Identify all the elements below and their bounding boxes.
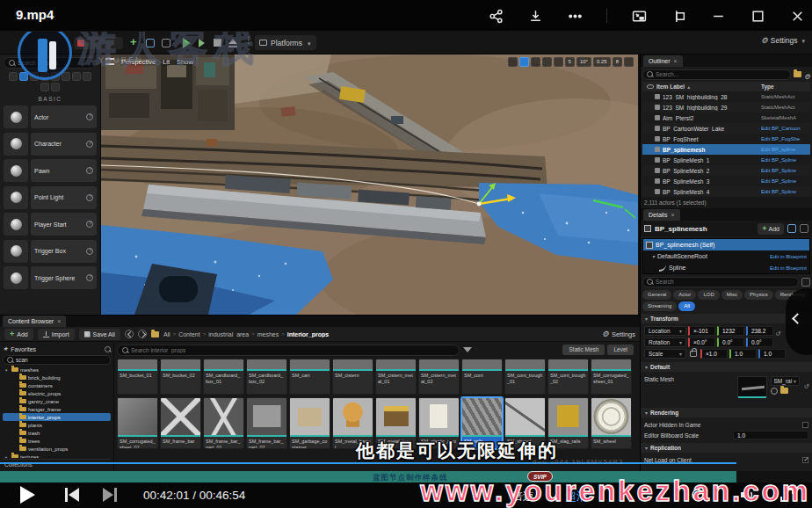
browse-icon[interactable] [800,224,808,233]
playlist-drawer-handle[interactable] [786,288,812,355]
asset-tile[interactable]: SM_bucket_02 [160,359,201,395]
billboard-scale-field[interactable]: 1.0 [733,431,808,439]
lock-icon[interactable] [690,351,697,357]
scale-x-field[interactable]: 1.0 [700,349,728,359]
breadcrumb-item[interactable]: All [163,331,176,337]
favorites-section[interactable]: Favorites [3,344,111,354]
folder-item[interactable]: hangar_frame [3,405,111,413]
static-mesh-thumbnail[interactable] [737,376,767,397]
close-icon[interactable] [674,58,678,64]
browse-to-asset-icon[interactable] [780,388,788,394]
rotation-y-field[interactable]: 0.0° [717,337,744,347]
asset-tile[interactable]: SM_corrugated_sheet_02 [117,397,158,449]
asset-tile[interactable]: SM_cont_trough_02 [547,359,589,395]
level-viewport[interactable]: Perspective Lit Show 5 10° 0.25 8 [101,54,638,315]
location-z-field[interactable]: 238.2 [746,326,773,336]
category-all-icon[interactable] [83,72,91,81]
place-actor-item[interactable]: Point Light [4,186,97,209]
section-default[interactable]: Default [641,362,812,372]
details-search-input[interactable]: Search [642,277,799,287]
outliner-search-input[interactable]: Search... [642,69,791,80]
edit-in-blueprint-link[interactable]: Edit in Blueprint [770,265,807,271]
category-volumes-icon[interactable] [72,72,81,81]
section-replication[interactable]: Replication [641,443,812,453]
place-actor-item[interactable]: Actor [4,105,97,128]
share-icon[interactable] [488,8,504,24]
outliner-settings-icon[interactable] [804,67,810,83]
maximize-button[interactable] [750,8,765,24]
filter-icon[interactable] [463,347,472,352]
folder-item[interactable]: trees [3,437,111,445]
asset-tile[interactable]: SM_corrugated_sheet_01 [591,359,632,395]
place-actor-item[interactable]: Player Start [4,213,97,236]
location-x-field[interactable]: -101 [688,326,715,336]
content-browser-settings-button[interactable]: Settings [602,330,635,338]
dock-side-icon[interactable] [671,8,686,24]
place-actor-item[interactable]: Character [4,133,97,156]
filter-chip[interactable]: Actor [673,290,696,300]
mini-player-icon[interactable] [631,8,647,24]
folder-item[interactable]: gantry_crane [3,397,111,405]
outliner-row[interactable]: BP_splinemesh Edit BP_spline [642,144,810,155]
place-actor-item[interactable]: Pawn [4,159,97,182]
outliner-row[interactable]: BP_CartoonWater_Lake Edit BP_Cartoon [642,123,810,134]
close-icon[interactable] [57,318,61,324]
scale-tool-icon[interactable] [542,57,552,67]
asset-tile[interactable]: SM_cistern_metal_02 [418,359,460,395]
item-label-column[interactable]: Item Label [656,83,761,90]
reset-icon[interactable] [803,376,808,392]
static-mesh-dropdown[interactable]: SM_rai [771,376,801,386]
platforms-button[interactable]: Platforms [255,35,316,50]
outliner-row[interactable]: 123_SM_highbuilding_29 StaticMeshAct [642,102,810,112]
place-actor-item[interactable]: Trigger Sphere [4,266,97,289]
component-root[interactable]: DefaultSceneRootEdit in Blueprint [643,250,809,262]
download-icon[interactable] [527,8,543,24]
select-tool-icon[interactable] [508,57,518,67]
scale-snap-value[interactable]: 0.25 [593,57,611,67]
edit-in-blueprint-link[interactable]: Edit in Blueprint [770,254,807,259]
folder-item[interactable]: textures [3,453,111,458]
rotation-z-field[interactable]: 0.0° [746,337,773,347]
move-tool-icon[interactable] [519,57,529,67]
asset-tile[interactable]: SM_cart [289,359,330,395]
scale-z-field[interactable]: 1.0 [758,349,786,359]
asset-tile[interactable]: SM_cont_trough_01 [504,359,546,395]
world-coordinate-icon[interactable] [554,57,563,67]
next-button[interactable] [102,488,117,505]
rotation-x-field[interactable]: 0.0° [688,337,715,347]
import-button[interactable]: Import [38,329,75,340]
location-y-field[interactable]: 1232 [717,326,744,336]
asset-tile[interactable]: SM_cistern [332,359,373,395]
category-shapes-icon[interactable] [40,83,49,91]
rotation-snap-value[interactable]: 10° [576,57,591,67]
filter-chip[interactable]: Misc [721,290,743,300]
asset-tile[interactable]: SM_frame_bar_part_02 [246,397,287,449]
editor-settings-button[interactable]: Settings [761,36,805,45]
filter-chip[interactable]: All [678,301,695,311]
outliner-row[interactable]: 123_SM_highbuilding_28 StaticMeshAct [642,91,810,102]
asset-tile[interactable]: SM_cardboard_box_01 [203,359,244,395]
component-self[interactable]: BP_splinemesh (Self) [643,239,809,250]
place-actor-item[interactable]: Trigger Box [4,240,97,263]
scale-dropdown[interactable]: Scale [644,349,686,359]
asset-tile[interactable]: SM_bucket_01 [117,359,158,395]
save-all-button[interactable]: Save All [79,329,120,340]
search-icon[interactable] [105,346,111,352]
breadcrumb-item[interactable]: meshes [257,331,285,337]
rotation-dropdown[interactable]: Rotation [644,337,686,347]
camera-speed-value[interactable]: 8 [613,57,622,67]
component-spline[interactable]: SplineEdit in Blueprint [643,262,809,273]
scale-y-field[interactable]: 1.0 [729,349,757,359]
asset-tile[interactable]: SM_cardboard_box_02 [246,359,287,395]
filter-chip[interactable]: Streaming [642,301,677,311]
folder-item[interactable]: ventilation_props [3,445,111,453]
asset-tile[interactable]: SM_cistern_metal_01 [375,359,417,395]
use-selected-icon[interactable] [771,388,778,395]
tab-content-browser[interactable]: Content Browser [3,316,66,327]
filter-chip[interactable]: Static Mesh [562,345,605,355]
actor-hidden-checkbox[interactable] [802,422,808,428]
breadcrumb-item[interactable]: Content [178,331,206,337]
outliner-row[interactable]: Aim_Pterst2 SkeletalMeshA [642,112,810,123]
play-button[interactable] [18,485,37,508]
close-icon[interactable] [671,212,674,218]
